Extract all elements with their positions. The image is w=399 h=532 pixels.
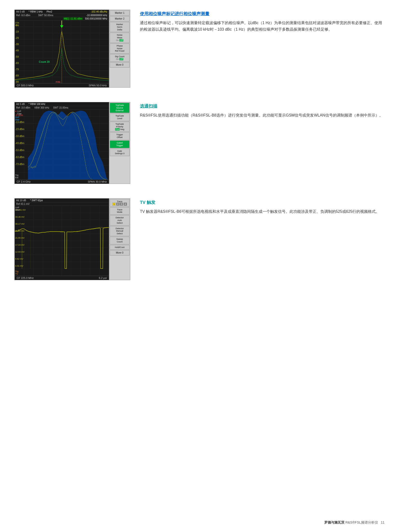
- section-gate-sweep: Att 5 dB * RBW 100 kHz Ref -3.0 dBm VBW …: [14, 102, 385, 184]
- svg-text:PHN: PHN: [56, 81, 60, 83]
- svg-text:Count 20: Count 20: [39, 60, 50, 63]
- detector-manual-btn[interactable]: DetectorManualSelect: [110, 226, 130, 236]
- svg-text:●: ●: [15, 110, 16, 112]
- chart-footer-2: CF 2.4 GHz SPAN 30.0 MHz: [15, 180, 109, 184]
- svg-text:Trg: Trg: [15, 270, 18, 273]
- svg-text:4.31 mV: 4.31 mV: [15, 265, 23, 267]
- spectrum-svg-3: 38.791 mV 34.46 mV 30.17 mV 25.86 mV 21.…: [15, 206, 109, 276]
- brand-name: 罗德与施瓦茨: [324, 520, 344, 524]
- svg-text:-13 dBm: -13 dBm: [15, 121, 24, 124]
- hold-cont-btn[interactable]: Hold/Cont: [110, 245, 130, 250]
- vbw-label-2: VBW 300 kHz: [34, 106, 49, 109]
- section2-body: R&S®FSL使用选通扫描功能（R&S®FSL-B8选件）进行突发信号测量。此功…: [140, 112, 385, 118]
- page-number: 11: [381, 520, 385, 524]
- section-tv-trigger: Att 10 dB * SWT 62μs Ref 43.1 mV: [14, 198, 385, 280]
- marker1-btn[interactable]: Marker 1: [110, 10, 130, 16]
- svg-text:1AP: 1AP: [17, 110, 21, 112]
- phase-noise-btn[interactable]: PhaseNoiseRef Fixed: [110, 43, 130, 54]
- rbw-label: * RBW 1 kHz: [29, 10, 43, 13]
- svg-text:-33 dBm: -33 dBm: [15, 135, 24, 138]
- gated-trigger-btn[interactable]: GatedTrigger: [110, 140, 130, 148]
- model-name: R&S®FSL频谱分析仪: [345, 520, 378, 524]
- svg-text:-79: -79: [15, 68, 19, 71]
- svg-text:Max: Max: [15, 118, 20, 121]
- section3-title: TV 触发: [140, 200, 385, 205]
- marker-dbm: MI[1] -11.81 dBm: [63, 17, 83, 20]
- svg-text:TV: TV: [15, 273, 18, 275]
- chart-footer-3: CF 225.0 MHz 6.2 μs/: [15, 276, 109, 280]
- svg-text:-73 dBm: -73 dBm: [15, 163, 24, 166]
- svg-text:8.62 mV: 8.62 mV: [15, 258, 23, 260]
- text-area-2: 选通扫描 R&S®FSL使用选通扫描功能（R&S®FSL-B8选件）进行突发信号…: [140, 102, 385, 118]
- cf-label-2: CF 2.4 GHz: [17, 180, 31, 183]
- svg-text:-23 dBm: -23 dBm: [15, 128, 24, 131]
- svg-text:Avg: Avg: [15, 24, 19, 26]
- rbw-label-2: * RBW 100 kHz: [29, 103, 45, 105]
- freq-offset: -10.000000000 kHz: [86, 14, 107, 17]
- marker-value: -102.46 dBc/Hz: [91, 10, 107, 13]
- svg-text:1Sa: 1Sa: [15, 21, 19, 24]
- svg-text:-19: -19: [15, 30, 19, 33]
- svg-text:17.24 mV: 17.24 mV: [15, 244, 25, 246]
- trace-btn[interactable]: Trace 1 2 3 4: [110, 199, 130, 207]
- section1-title: 使用相位噪声标记进行相位噪声测量: [140, 11, 385, 17]
- detector-auto-btn[interactable]: DetectorAutoSelect: [110, 215, 130, 225]
- trace-mode-btn[interactable]: TraceMode: [110, 207, 130, 215]
- cf-label-1: CF 500.0 MHz: [17, 84, 34, 87]
- svg-text:Trg: Trg: [15, 174, 18, 176]
- section1-body: 通过相位噪声标记，可以快速测量特定载波偏移下的相位噪声。以dBc（1 Hz）为单…: [140, 20, 385, 33]
- text-area-1: 使用相位噪声标记进行相位噪声测量 通过相位噪声标记，可以快速测量特定载波偏移下的…: [140, 10, 385, 33]
- svg-text:34.46 mV: 34.46 mV: [15, 216, 25, 218]
- freq-abs: 500.000100000 MHz: [85, 17, 107, 20]
- svg-text:-99: -99: [15, 81, 19, 83]
- trigger-offset-btn[interactable]: TriggerOffset: [110, 132, 130, 140]
- text-area-3: TV 触发 TV 触发器R&S®FSL-B6可根据所选电视线和水平及或垂直消隐间…: [140, 198, 385, 215]
- more-btn-1[interactable]: More 0: [110, 62, 130, 68]
- swt-label-2: SWT 15.00ms: [53, 106, 68, 109]
- svg-text:25.86 mV: 25.86 mV: [15, 230, 25, 232]
- marker-norm-btn[interactable]: MarkerNormDelta: [110, 22, 130, 32]
- svg-text:-39: -39: [15, 43, 19, 46]
- section2-title: 选通扫描: [140, 103, 385, 109]
- cf-label-3: CF 225.0 MHz: [17, 276, 34, 279]
- svg-text:-59: -59: [15, 55, 19, 58]
- span-label-1: SPAN 50.0 kHz: [89, 84, 107, 87]
- svg-text:-43 dBm: -43 dBm: [15, 142, 24, 145]
- ref-label-2: Ref -3.0 dBm: [16, 106, 30, 109]
- trg-source-btn[interactable]: Trg/GateSourceExternal: [110, 103, 130, 113]
- spectrum-svg-1: -9 -19 -29 -39 -49 -59 -69 -79 -89 -99 1…: [15, 21, 109, 83]
- svg-text:-49: -49: [15, 49, 19, 52]
- noise-meas-btn[interactable]: NoiseMeasOn Off: [110, 33, 130, 43]
- section3-title-text: TV 触发: [140, 200, 155, 205]
- svg-text:-69: -69: [15, 62, 19, 64]
- swt-label: SWT 50.00ms: [38, 14, 53, 17]
- svg-text:-63 dBm: -63 dBm: [15, 156, 24, 159]
- att-label-3: Att 10 dB: [16, 199, 26, 202]
- svg-text:2AP: 2AP: [15, 116, 19, 118]
- chart-area-2: Att 5 dB * RBW 100 kHz Ref -3.0 dBm VBW …: [14, 102, 130, 184]
- section3-body: TV 触发器R&S®FSL-B6可根据所选电视线和水平及或垂直消隐间隔生成一个触…: [140, 208, 385, 215]
- chart-area-1: Att 0 dB * RBW 1 kHz Phn2 -102.46 dBc/Hz…: [14, 10, 130, 88]
- svg-text:30.17 mV: 30.17 mV: [15, 223, 25, 225]
- svg-text:Clrw: Clrw: [15, 209, 20, 211]
- chart-area-3: Att 10 dB * SWT 62μs Ref 43.1 mV: [14, 198, 130, 280]
- sig-count-btn[interactable]: Sig CountOn Off: [110, 54, 130, 62]
- att-label-2: Att 5 dB: [16, 103, 25, 105]
- svg-text:Ext: Ext: [15, 176, 19, 179]
- span-label-3: 6.2 μs/: [99, 276, 107, 279]
- att-label: Att 0 dB: [16, 10, 25, 13]
- trg-polarity-btn[interactable]: Trg/GatePolarityPos Neg: [110, 122, 130, 132]
- more-btn-3[interactable]: More 0: [110, 250, 130, 256]
- svg-text:-53 dBm: -53 dBm: [15, 149, 24, 152]
- trg-level-btn[interactable]: Trg/GateLevel: [110, 113, 130, 121]
- phn-label: Phn2: [47, 10, 52, 13]
- sweep-count-btn[interactable]: SweepCount: [110, 237, 130, 244]
- swt-label-3: * SWT 62μs: [30, 199, 43, 202]
- marker2-btn[interactable]: Marker 2: [110, 16, 130, 21]
- page-footer: 罗德与施瓦茨 R&S®FSL频谱分析仪 11: [324, 520, 385, 525]
- ref-label-3: Ref 43.1 mV: [16, 203, 30, 205]
- svg-text:12.93 mV: 12.93 mV: [15, 251, 25, 253]
- spectrum-svg-2: -3 dBm -13 dBm -23 dBm -33 dBm -43 dBm -…: [15, 110, 109, 180]
- gate-settings-btn[interactable]: GateSettings 0: [110, 149, 130, 156]
- ref-label: Ref -9.0 dBm: [16, 14, 30, 17]
